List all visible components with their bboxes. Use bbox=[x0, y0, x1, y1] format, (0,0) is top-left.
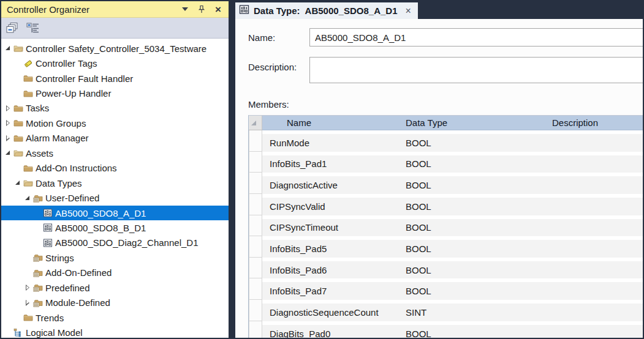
row-selector[interactable] bbox=[249, 130, 262, 152]
member-data-type-cell[interactable]: BOOL bbox=[400, 138, 545, 148]
expander-expanded-icon[interactable] bbox=[13, 179, 22, 187]
row-selector[interactable] bbox=[249, 321, 262, 338]
tab-data-type[interactable]: Data Type: AB5000_SDO8_A_D1 × bbox=[235, 2, 418, 19]
tree-item-add-on-defined[interactable]: Add-On-Defined bbox=[1, 266, 229, 280]
folder-icon bbox=[13, 103, 23, 113]
folder-open-icon bbox=[13, 43, 23, 53]
tree-item-strings[interactable]: Strings bbox=[1, 250, 229, 265]
tree-item-logical-model[interactable]: Logical Model bbox=[1, 325, 229, 338]
expander-expanded-icon[interactable] bbox=[4, 44, 12, 53]
select-all-corner[interactable] bbox=[249, 116, 262, 130]
tree-item-ab5000-sdo8-b-d1[interactable]: AB5000_SDO8_B_D1 bbox=[1, 220, 229, 235]
column-header-name[interactable]: Name bbox=[262, 116, 400, 130]
member-name-cell[interactable]: CIPSyncTimeout bbox=[262, 222, 400, 233]
auto-hide-pin-button[interactable] bbox=[197, 4, 206, 14]
member-name-cell[interactable]: InfoBits_Pad7 bbox=[262, 286, 400, 296]
collapse-all-button[interactable] bbox=[4, 20, 20, 36]
table-row[interactable]: DiagBits_Pad0BOOL bbox=[249, 321, 643, 338]
row-selector[interactable] bbox=[249, 173, 262, 194]
member-data-type-cell[interactable]: BOOL bbox=[400, 158, 545, 169]
expander-expanded-icon[interactable] bbox=[23, 194, 32, 203]
member-data-type-cell[interactable]: BOOL bbox=[400, 286, 545, 296]
table-row[interactable]: InfoBits_Pad6BOOL bbox=[249, 258, 643, 279]
tree-item-label: Add-On-Defined bbox=[45, 267, 112, 278]
name-input[interactable] bbox=[309, 28, 643, 47]
tree-item-label: Strings bbox=[45, 253, 74, 263]
expander-spacer bbox=[4, 329, 12, 337]
expander-spacer bbox=[33, 223, 42, 232]
row-selector[interactable] bbox=[249, 278, 262, 300]
member-name-cell[interactable]: CIPSyncValid bbox=[262, 201, 400, 212]
row-selector[interactable] bbox=[249, 215, 262, 237]
udt-icon bbox=[43, 208, 53, 218]
tree-item-tasks[interactable]: Tasks bbox=[1, 101, 229, 116]
table-row[interactable]: DiagnosticSequenceCountSINT bbox=[249, 300, 643, 321]
panel-title: Controller Organizer bbox=[7, 4, 173, 15]
tree-item-label: Tasks bbox=[26, 103, 49, 113]
column-header-data-type[interactable]: Data Type bbox=[400, 116, 545, 130]
member-name-cell[interactable]: InfoBits_Pad6 bbox=[262, 265, 400, 275]
tree-item-label: Motion Groups bbox=[26, 118, 86, 129]
udt-folder-icon bbox=[33, 283, 43, 292]
row-cells: DiagBits_Pad0BOOL bbox=[262, 325, 643, 338]
tree-item-motion-groups[interactable]: Motion Groups bbox=[1, 116, 229, 130]
member-name-cell[interactable]: InfoBits_Pad1 bbox=[262, 158, 400, 169]
table-row[interactable]: DiagnosticActiveBOOL bbox=[249, 173, 643, 194]
organizer-view-button[interactable] bbox=[25, 20, 40, 36]
tree-item-assets[interactable]: Assets bbox=[1, 146, 229, 160]
expander-spacer bbox=[13, 74, 22, 83]
close-panel-button[interactable]: × bbox=[213, 4, 223, 14]
column-header-description[interactable]: Description bbox=[545, 116, 643, 130]
tree-item-predefined[interactable]: Predefined bbox=[1, 280, 229, 295]
member-data-type-cell[interactable]: SINT bbox=[400, 307, 545, 318]
table-row[interactable]: InfoBits_Pad1BOOL bbox=[249, 152, 643, 173]
expander-collapsed-icon[interactable] bbox=[4, 119, 12, 127]
member-name-cell[interactable]: DiagnosticActive bbox=[262, 180, 400, 190]
tree-item-data-types[interactable]: Data Types bbox=[1, 176, 229, 190]
member-name-cell[interactable]: DiagBits_Pad0 bbox=[262, 329, 400, 338]
member-name-cell[interactable]: DiagnosticSequenceCount bbox=[262, 307, 400, 318]
member-data-type-cell[interactable]: BOOL bbox=[400, 222, 545, 233]
member-data-type-cell[interactable]: BOOL bbox=[400, 244, 545, 254]
description-input[interactable] bbox=[309, 57, 643, 83]
table-row[interactable]: RunModeBOOL bbox=[249, 130, 643, 152]
member-data-type-cell[interactable]: BOOL bbox=[400, 201, 545, 212]
expander-collapsed-icon[interactable] bbox=[23, 299, 32, 307]
tree-item-controller-tags[interactable]: Controller Tags bbox=[1, 56, 229, 70]
expander-collapsed-icon[interactable] bbox=[4, 104, 12, 113]
tab-close-icon[interactable]: × bbox=[406, 6, 411, 16]
member-name-cell[interactable]: RunMode bbox=[262, 138, 400, 148]
tree-item-power-up-handler[interactable]: Power-Up Handler bbox=[1, 86, 229, 100]
table-row[interactable]: CIPSyncValidBOOL bbox=[249, 194, 643, 215]
table-row[interactable]: InfoBits_Pad5BOOL bbox=[249, 236, 643, 258]
member-data-type-cell[interactable]: BOOL bbox=[400, 329, 545, 338]
row-selector[interactable] bbox=[249, 236, 262, 258]
tree-item-ab5000-sdo8-a-d1[interactable]: AB5000_SDO8_A_D1 bbox=[1, 206, 229, 220]
expander-collapsed-icon[interactable] bbox=[4, 134, 12, 143]
row-cells: CIPSyncTimeoutBOOL bbox=[262, 219, 643, 237]
table-row[interactable]: InfoBits_Pad7BOOL bbox=[249, 278, 643, 300]
expander-collapsed-icon[interactable] bbox=[23, 283, 32, 292]
tree-item-controller-safety-controller-5034-testware[interactable]: Controller Safety_Controller_5034_Testwa… bbox=[1, 41, 229, 56]
member-name-cell[interactable]: InfoBits_Pad5 bbox=[262, 244, 400, 254]
expander-expanded-icon[interactable] bbox=[4, 149, 12, 157]
tree-item-trends[interactable]: Trends bbox=[1, 310, 229, 325]
tree-item-user-defined[interactable]: User-Defined bbox=[1, 190, 229, 205]
row-selector[interactable] bbox=[249, 258, 262, 279]
row-selector[interactable] bbox=[249, 300, 262, 321]
row-selector[interactable] bbox=[249, 194, 262, 215]
table-row[interactable]: CIPSyncTimeoutBOOL bbox=[249, 215, 643, 237]
tree-item-alarm-manager[interactable]: Alarm Manager bbox=[1, 131, 229, 146]
tree-item-controller-fault-handler[interactable]: Controller Fault Handler bbox=[1, 71, 229, 86]
expander-spacer bbox=[33, 239, 42, 247]
member-data-type-cell[interactable]: BOOL bbox=[400, 265, 545, 275]
tree-item-add-on-instructions[interactable]: Add-On Instructions bbox=[1, 161, 229, 176]
tree-item-label: Data Types bbox=[36, 178, 82, 188]
tree-item-label: Module-Defined bbox=[45, 297, 110, 308]
window-position-button[interactable] bbox=[180, 4, 190, 14]
udt-icon bbox=[43, 238, 53, 248]
tree-item-ab5000-sdo-diag2-channel-d1[interactable]: AB5000_SDO_Diag2_Channel_D1 bbox=[1, 236, 229, 250]
member-data-type-cell[interactable]: BOOL bbox=[400, 180, 545, 190]
tree-item-module-defined[interactable]: Module-Defined bbox=[1, 295, 229, 310]
row-selector[interactable] bbox=[249, 152, 262, 173]
